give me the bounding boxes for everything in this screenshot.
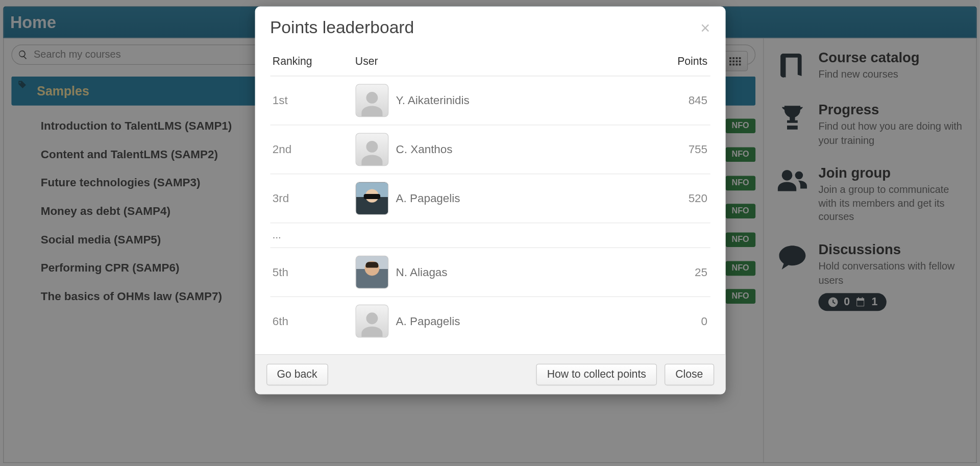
leaderboard-head: Ranking User Points bbox=[270, 46, 710, 77]
avatar bbox=[355, 305, 388, 338]
howto-button[interactable]: How to collect points bbox=[536, 364, 657, 385]
rank-cell: 5th bbox=[273, 265, 355, 279]
avatar bbox=[355, 133, 388, 166]
leaderboard-row: 3rd A. Papagelis 520 bbox=[270, 174, 710, 223]
leaderboard-ellipsis: ... bbox=[270, 223, 710, 248]
user-name: A. Papagelis bbox=[396, 314, 460, 328]
points-cell: 520 bbox=[650, 192, 707, 205]
avatar bbox=[355, 182, 388, 215]
go-back-button[interactable]: Go back bbox=[266, 364, 328, 385]
leaderboard-modal: Points leaderboard × Ranking User Points… bbox=[255, 6, 725, 394]
col-points-header: Points bbox=[650, 55, 707, 68]
avatar bbox=[355, 84, 388, 117]
col-user-header: User bbox=[355, 55, 650, 68]
leaderboard-row: 1st Y. Aikaterinidis 845 bbox=[270, 77, 710, 126]
modal-title: Points leaderboard bbox=[270, 18, 414, 38]
points-cell: 0 bbox=[650, 314, 707, 328]
user-name: Y. Aikaterinidis bbox=[396, 94, 470, 107]
points-cell: 845 bbox=[650, 94, 707, 107]
rank-cell: 3rd bbox=[273, 192, 355, 205]
rank-cell: 2nd bbox=[273, 143, 355, 156]
col-rank-header: Ranking bbox=[273, 55, 355, 68]
rank-cell: 1st bbox=[273, 94, 355, 107]
close-button[interactable]: Close bbox=[665, 364, 714, 385]
user-name: N. Aliagas bbox=[396, 265, 448, 279]
modal-header: Points leaderboard × bbox=[255, 6, 725, 46]
avatar bbox=[355, 256, 388, 289]
leaderboard-row: 6th A. Papagelis 0 bbox=[270, 297, 710, 346]
points-cell: 25 bbox=[650, 265, 707, 279]
leaderboard-row: 2nd C. Xanthos 755 bbox=[270, 125, 710, 174]
points-cell: 755 bbox=[650, 143, 707, 156]
modal-footer: Go back How to collect points Close bbox=[255, 354, 725, 394]
user-name: A. Papagelis bbox=[396, 192, 460, 205]
close-icon[interactable]: × bbox=[700, 19, 710, 36]
user-name: C. Xanthos bbox=[396, 143, 453, 156]
rank-cell: 6th bbox=[273, 314, 355, 328]
leaderboard-row: 5th N. Aliagas 25 bbox=[270, 248, 710, 297]
modal-body: Ranking User Points 1st Y. Aikaterinidis… bbox=[255, 46, 725, 354]
